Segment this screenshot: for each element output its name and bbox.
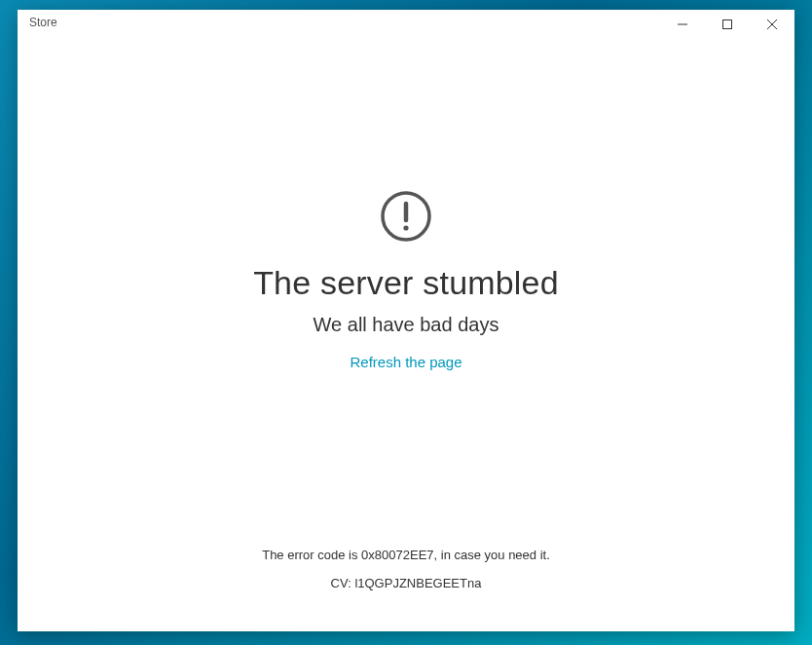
svg-point-6	[403, 225, 408, 230]
close-icon	[767, 19, 777, 29]
error-footer: The error code is 0x80072EE7, in case yo…	[18, 548, 794, 631]
error-content: The server stumbled We all have bad days…	[18, 41, 794, 548]
refresh-link[interactable]: Refresh the page	[350, 354, 461, 370]
error-subheading: We all have bad days	[314, 314, 499, 336]
minimize-icon	[678, 19, 687, 29]
window-title: Store	[29, 16, 57, 29]
close-button[interactable]	[750, 10, 794, 39]
error-code-text: The error code is 0x80072EE7, in case yo…	[18, 548, 794, 562]
cv-code-text: CV: l1QGPJZNBEGEETna	[18, 576, 794, 590]
warning-icon	[380, 190, 432, 247]
maximize-button[interactable]	[705, 10, 750, 39]
window: Store	[18, 10, 794, 631]
maximize-icon	[722, 19, 732, 29]
svg-rect-1	[723, 20, 732, 29]
error-heading: The server stumbled	[253, 264, 559, 302]
window-controls	[660, 10, 794, 39]
titlebar[interactable]: Store	[18, 10, 794, 41]
minimize-button[interactable]	[660, 10, 705, 39]
